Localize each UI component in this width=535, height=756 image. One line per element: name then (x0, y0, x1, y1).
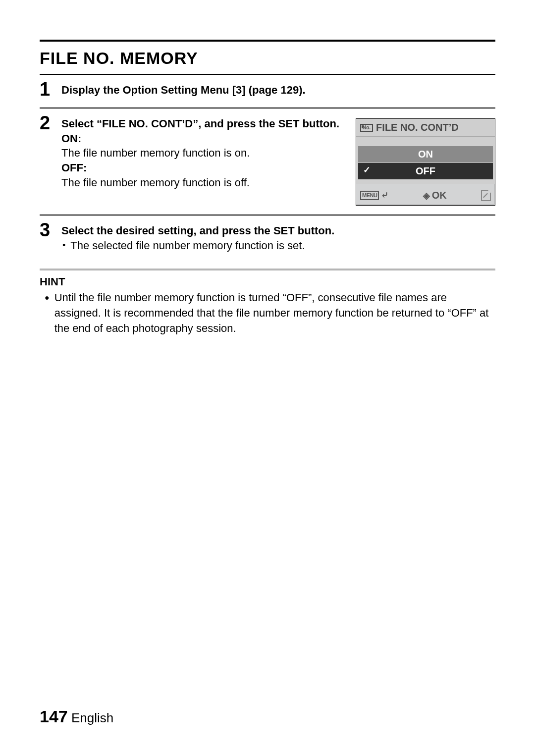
hint-rule (40, 269, 495, 270)
page-language: English (71, 710, 113, 725)
page-number: 147 (40, 707, 68, 726)
diamond-icon: ◈ (423, 190, 430, 202)
step-2-off-label: OFF: (61, 161, 347, 175)
step-3-lead: Select the desired setting, and press th… (61, 223, 495, 238)
manual-page: FILE NO. MEMORY 1 Display the Option Set… (0, 0, 535, 756)
step-3: 3 Select the desired setting, and press … (40, 216, 495, 262)
step-2-off-desc: The file number memory function is off. (61, 175, 347, 190)
step-3-bullet: • The selected file number memory functi… (61, 238, 495, 253)
sd-card-icon (481, 190, 491, 201)
page-footer: 147 English (40, 707, 113, 726)
lcd-footer: MENU ⤶ ◈ OK (356, 184, 495, 205)
step-1-number: 1 (40, 80, 53, 99)
lcd-title-text: FILE NO. CONT’D (376, 121, 459, 134)
step-3-body: Select the desired setting, and press th… (61, 220, 495, 253)
step-2-lead: Select “FILE NO. CONT’D”, and press the … (61, 116, 347, 131)
hint-label: HINT (40, 273, 495, 290)
bullet-dot-icon: • (62, 238, 65, 253)
step-3-bullet-text: The selected file number memory function… (70, 238, 305, 253)
page-title: FILE NO. MEMORY (40, 42, 495, 74)
lcd-title-bar: No. FILE NO. CONT’D (356, 119, 495, 137)
hint-bullet-icon: ● (45, 290, 50, 336)
ok-label: OK (432, 189, 447, 202)
step-3-number: 3 (40, 220, 53, 239)
lcd-option-off[interactable]: ✓ OFF (358, 163, 493, 179)
step-2-body: Select “FILE NO. CONT’D”, and press the … (61, 113, 495, 206)
step-2-on-label: ON: (61, 131, 347, 146)
lcd-option-off-label: OFF (416, 165, 435, 176)
lcd-options: ON ✓ OFF (356, 137, 495, 184)
lcd-option-on[interactable]: ON (358, 146, 493, 162)
step-2-text: Select “FILE NO. CONT’D”, and press the … (61, 116, 347, 190)
check-icon: ✓ (363, 164, 371, 176)
step-1-text: Display the Option Setting Menu [3] (pag… (61, 80, 495, 98)
menu-box-icon: MENU (360, 191, 379, 200)
lcd-panel: No. FILE NO. CONT’D ON ✓ OFF MENU ⤶ (356, 118, 495, 206)
step-2-number: 2 (40, 113, 53, 132)
step-1: 1 Display the Option Setting Menu [3] (p… (40, 75, 495, 108)
hint-paragraph: ● Until the file number memory function … (40, 290, 495, 336)
step-2: 2 Select “FILE NO. CONT’D”, and press th… (40, 108, 495, 215)
file-no-icon: No. (360, 124, 373, 132)
hint-text: Until the file number memory function is… (54, 290, 495, 336)
menu-badge[interactable]: MENU ⤶ (360, 189, 388, 201)
step-2-on-desc: The file number memory function is on. (61, 146, 347, 161)
back-arrow-icon: ⤶ (381, 189, 388, 201)
ok-group[interactable]: ◈ OK (423, 189, 447, 202)
